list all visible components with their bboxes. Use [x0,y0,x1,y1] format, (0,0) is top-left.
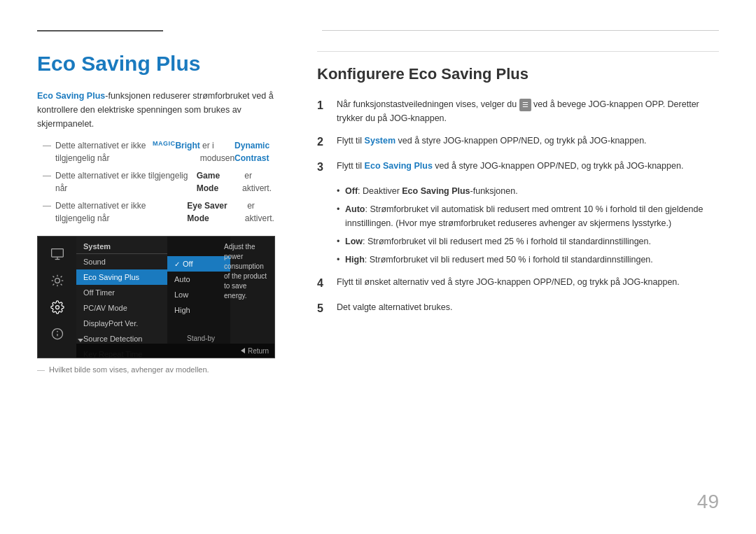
bottom-note: Hvilket bilde som vises, avhenger av mod… [37,365,282,374]
page-title: Eco Saving Plus [37,51,282,76]
osd-icon-settings [47,297,68,318]
steps-list: 1 Når funksjonstastveiledningen vises, v… [317,97,719,317]
right-column: Konfigurere Eco Saving Plus 1 Når funksj… [303,38,719,534]
bullet-low: Low: Strømforbruket vil bli redusert med… [337,234,719,248]
intro-paragraph: Eco Saving Plus-funksjonen reduserer str… [37,89,282,131]
bullet-high: High: Strømforbruket vil bli redusert me… [337,253,719,267]
osd-info-panel: Adjust the power consumption of the prod… [218,237,274,307]
top-rule-right [322,30,719,31]
osd-icon-monitor [47,244,68,265]
osd-return-bar: Return [76,344,274,358]
osd-return-arrow [241,348,245,353]
osd-item-sound: Sound [76,254,167,269]
osd-main-menu: System Sound Eco Saving Plus Off Timer P… [76,237,167,358]
step-4: 4 Flytt til ønsket alternativ ved å styr… [317,275,719,292]
svg-line-10 [52,284,54,286]
osd-standby-label: Stand-by [187,335,215,342]
svg-line-11 [60,276,62,278]
note-1: Dette alternativet er ikke tilgjengelig … [37,139,282,164]
osd-sidebar [38,237,76,358]
osd-item-displayport: DisplayPort Ver. [76,316,167,331]
svg-point-3 [55,279,59,283]
osd-return-text: Return [248,347,269,355]
svg-rect-0 [51,249,63,258]
left-column: Eco Saving Plus Eco Saving Plus-funksjon… [37,38,303,534]
page-number: 49 [697,491,719,513]
osd-menu-area: System Sound Eco Saving Plus Off Timer P… [76,237,274,358]
step-3: 3 Flytt til Eco Saving Plus ved å styre … [317,159,719,176]
osd-icon-info [47,323,68,344]
svg-line-6 [52,276,54,278]
top-separator [317,51,719,52]
section-title: Konfigurere Eco Saving Plus [317,64,719,85]
osd-item-off-timer: Off Timer [76,285,167,300]
osd-down-arrow [76,339,85,342]
osd-item-pcav: PC/AV Mode [76,300,167,316]
note-2: Dette alternativet er ikke tilgjengelig … [37,169,282,195]
osd-item-eco: Eco Saving Plus [76,269,167,285]
note-3: Dette alternativet er ikke tilgjengelig … [37,199,282,225]
svg-point-12 [55,306,59,309]
bullet-auto: Auto: Strømforbruket vil automatisk bli … [337,202,719,230]
step-5: 5 Det valgte alternativet brukes. [317,300,719,317]
bullet-off: Off: Deaktiver Eco Saving Plus-funksjone… [337,184,719,198]
osd-screenshot: System Sound Eco Saving Plus Off Timer P… [37,236,275,358]
bullet-list: Off: Deaktiver Eco Saving Plus-funksjone… [337,184,719,267]
bullets-container: Off: Deaktiver Eco Saving Plus-funksjone… [317,184,719,267]
step-2: 2 Flytt til System ved å styre JOG-knapp… [317,134,719,150]
svg-line-7 [60,284,62,286]
osd-menu-header: System [76,237,167,254]
osd-icon-brightness [47,270,68,291]
top-rule-left [37,30,163,31]
step-1: 1 Når funksjonstastveiledningen vises, v… [317,97,719,125]
